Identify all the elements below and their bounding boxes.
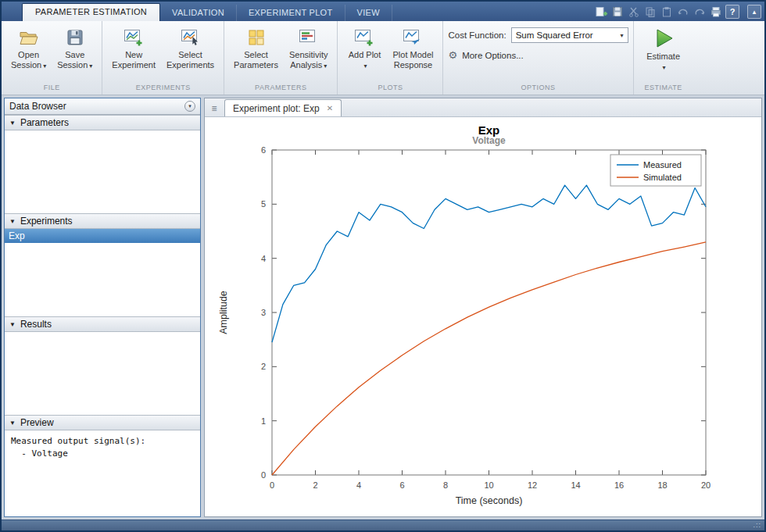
ribbon-section-experiments: NewExperiment SelectExperiments EXPERIME…	[102, 21, 224, 95]
quick-access-toolbar: ? ▴	[594, 5, 761, 21]
tab-view[interactable]: VIEW	[345, 5, 392, 21]
panel-collapse-icon[interactable]: ▾	[184, 101, 195, 112]
section-label-options: OPTIONS	[443, 82, 632, 95]
ribbon: OpenSession▾ SaveSession▾ FILE NewExperi…	[2, 21, 764, 95]
select-parameters-label: SelectParameters	[234, 50, 278, 70]
preview-section: ▼ Preview Measured output signal(s): - V…	[5, 415, 200, 516]
tab-parameter-estimation[interactable]: PARAMETER ESTIMATION	[22, 3, 160, 21]
y-tick-label: 4	[261, 254, 266, 263]
ribbon-section-file: OpenSession▾ SaveSession▾ FILE	[2, 21, 102, 95]
x-tick-label: 16	[614, 480, 624, 490]
ribbon-section-plots: Add Plot▾ Plot ModelResponse PLOTS	[338, 21, 443, 95]
data-browser-header: Data Browser ▾	[5, 98, 200, 115]
copy-icon[interactable]	[643, 5, 657, 19]
x-tick-label: 12	[528, 480, 537, 490]
x-tick-label: 8	[443, 480, 448, 490]
y-tick-label: 6	[261, 145, 266, 155]
list-item-experiment[interactable]: Exp	[5, 229, 200, 243]
new-experiment-icon	[123, 26, 144, 49]
new-figure-icon[interactable]	[594, 5, 608, 19]
y-tick-label: 2	[261, 362, 266, 371]
parameters-section-header[interactable]: ▼ Parameters	[5, 115, 200, 130]
x-tick-label: 14	[571, 480, 580, 490]
x-tick-label: 10	[484, 480, 493, 490]
chevron-down-icon: ▾	[43, 62, 46, 70]
ribbon-section-estimate: Estimate▾ ESTIMATE	[634, 21, 693, 95]
parameters-section-label: Parameters	[20, 117, 69, 128]
chevron-down-icon: ▾	[363, 62, 367, 70]
results-section-header[interactable]: ▼ Results	[5, 316, 200, 332]
y-tick-label: 1	[261, 416, 266, 426]
cut-icon[interactable]	[627, 5, 641, 19]
y-tick-label: 3	[261, 308, 266, 317]
workspace: Data Browser ▾ ▼ Parameters ▼ Experiment…	[2, 95, 764, 520]
select-experiments-icon	[181, 26, 201, 49]
section-collapse-icon: ▼	[9, 120, 16, 127]
section-label-plots: PLOTS	[338, 82, 442, 95]
x-tick-label: 20	[701, 480, 711, 490]
ribbon-tabstrip: PARAMETER ESTIMATION VALIDATION EXPERIME…	[2, 2, 764, 21]
close-icon[interactable]: ✕	[327, 104, 333, 112]
parameters-section: ▼ Parameters	[5, 115, 200, 213]
estimate-label: Estimate▾	[646, 52, 680, 73]
paste-icon[interactable]	[660, 5, 674, 19]
document-area: ≡ Experiment plot: Exp ✕ 024681012141618…	[204, 98, 762, 517]
experiments-list: Exp	[5, 229, 200, 316]
tab-validation[interactable]: VALIDATION	[160, 5, 237, 21]
open-folder-icon	[19, 26, 39, 49]
resize-grip-icon[interactable]: .::	[753, 522, 761, 529]
section-collapse-icon: ▼	[9, 321, 16, 328]
gear-icon: ⚙	[448, 49, 457, 61]
chevron-down-icon: ▾	[89, 62, 92, 70]
save-session-button[interactable]: SaveSession▾	[53, 25, 96, 72]
x-tick-label: 18	[657, 480, 667, 490]
parameters-list[interactable]	[5, 130, 200, 213]
new-experiment-button[interactable]: NewExperiment	[108, 25, 159, 71]
save-session-label: SaveSession▾	[57, 50, 92, 71]
section-label-estimate: ESTIMATE	[634, 82, 693, 95]
new-experiment-label: NewExperiment	[112, 50, 156, 70]
plot-model-response-button[interactable]: Plot ModelResponse	[388, 25, 437, 71]
ribbon-section-parameters: SelectParameters SensitivityAnalysis▾ PA…	[224, 21, 338, 95]
cost-function-label: Cost Function:	[448, 30, 506, 40]
tab-experiment-plot[interactable]: EXPERIMENT PLOT	[237, 5, 345, 21]
save-icon[interactable]	[610, 5, 625, 19]
preview-box: Measured output signal(s): - Voltage	[5, 430, 200, 516]
y-tick-label: 5	[261, 199, 266, 209]
axes-title: Voltage	[472, 135, 506, 146]
sensitivity-analysis-button[interactable]: SensitivityAnalysis▾	[285, 25, 332, 72]
print-icon[interactable]	[709, 5, 723, 19]
document-tab-experiment-plot[interactable]: Experiment plot: Exp ✕	[224, 99, 342, 116]
cost-function-dropdown[interactable]: Sum Squared Error ▾	[511, 27, 628, 43]
document-tab-label: Experiment plot: Exp	[233, 103, 320, 114]
select-parameters-button[interactable]: SelectParameters	[230, 25, 282, 71]
results-section: ▼ Results	[5, 316, 200, 415]
select-experiments-button[interactable]: SelectExperiments	[163, 25, 218, 71]
redo-icon[interactable]	[693, 5, 707, 19]
document-tab-bar: ≡ Experiment plot: Exp ✕	[205, 98, 761, 117]
preview-section-label: Preview	[20, 417, 54, 428]
chevron-down-icon: ▾	[621, 32, 624, 39]
status-bar: .::	[2, 520, 764, 530]
section-label-file: FILE	[2, 82, 102, 95]
document-menu-icon[interactable]: ≡	[207, 101, 221, 116]
open-session-button[interactable]: OpenSession▾	[7, 25, 50, 72]
legend-entry-label: Simulated	[643, 173, 682, 182]
section-collapse-icon: ▼	[9, 218, 16, 225]
collapse-toolstrip-icon[interactable]: ▴	[747, 5, 761, 19]
experiments-section-label: Experiments	[20, 216, 73, 227]
data-browser-title: Data Browser	[9, 101, 66, 112]
data-browser-panel: Data Browser ▾ ▼ Parameters ▼ Experiment…	[4, 98, 201, 517]
preview-section-header[interactable]: ▼ Preview	[5, 415, 200, 430]
experiments-section-header[interactable]: ▼ Experiments	[5, 213, 200, 229]
x-tick-label: 0	[270, 480, 274, 490]
more-options-button[interactable]: More Options...	[462, 51, 524, 60]
estimate-button[interactable]: Estimate▾	[643, 25, 685, 73]
results-list[interactable]	[5, 332, 200, 415]
plot-model-response-label: Plot ModelResponse	[392, 50, 433, 70]
add-plot-button[interactable]: Add Plot▾	[343, 25, 385, 72]
help-icon[interactable]: ?	[725, 5, 739, 19]
sensitivity-analysis-icon	[299, 26, 319, 49]
undo-icon[interactable]	[676, 5, 690, 19]
legend-entry-label: Measured	[643, 160, 682, 170]
